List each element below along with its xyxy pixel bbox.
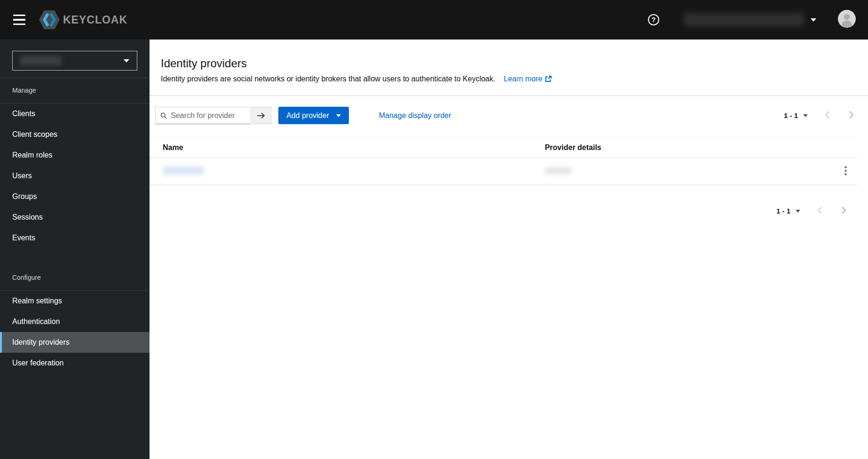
learn-more-link[interactable]: Learn more: [504, 75, 552, 83]
sidebar-item-label: Realm settings: [12, 297, 62, 305]
sidebar-item-user-federation[interactable]: User federation: [0, 353, 150, 373]
sidebar-item-authentication[interactable]: Authentication: [0, 311, 150, 332]
page-description: Identity providers are social networks o…: [161, 75, 495, 83]
nav-section-title: Configure: [0, 265, 150, 281]
learn-more-label: Learn more: [504, 75, 542, 83]
sidebar-item-label: Events: [12, 234, 35, 242]
sidebar-item-identity-providers[interactable]: Identity providers: [0, 332, 150, 353]
column-header-provider-details: Provider details: [532, 138, 827, 158]
arrow-right-icon: [257, 112, 265, 119]
table-row: [150, 158, 857, 185]
angle-right-icon: [841, 206, 846, 214]
search-input[interactable]: [171, 111, 250, 120]
page-title: Identity providers: [161, 56, 857, 70]
hamburger-icon: [13, 15, 25, 16]
brand-text: KEYCLOAK: [63, 14, 127, 26]
sidebar-item-groups[interactable]: Groups: [0, 186, 150, 207]
keycloak-logo: KEYCLOAK: [39, 10, 127, 30]
pagination-bottom: 1 - 1: [150, 205, 868, 217]
keycloak-hexagon-icon: [39, 10, 60, 30]
caret-down-icon: [803, 114, 808, 117]
main-content: Identity providers Identity providers ar…: [150, 40, 868, 459]
search-box: [155, 107, 250, 124]
sidebar-item-users[interactable]: Users: [0, 166, 150, 186]
realm-name-redacted: [20, 56, 62, 65]
help-glyph: ?: [652, 16, 656, 23]
page-header: Identity providers Identity providers ar…: [150, 40, 868, 96]
username-redacted: [684, 13, 804, 27]
pagination-prev-button[interactable]: [824, 110, 831, 121]
pagination-top: 1 - 1: [784, 110, 855, 121]
pagination-range: 1 - 1: [784, 111, 798, 119]
chevron-down-icon: [811, 18, 816, 22]
pagination-range-menu[interactable]: 1 - 1: [784, 111, 808, 119]
add-provider-button[interactable]: Add provider: [278, 107, 349, 124]
angle-left-icon: [825, 111, 830, 119]
sidebar-item-label: Authentication: [12, 317, 60, 326]
avatar-icon: [838, 10, 856, 28]
table-header-row: Name Provider details: [150, 138, 857, 158]
sidebar: Manage Clients Client scopes Realm roles…: [0, 40, 150, 459]
pagination-prev-button[interactable]: [816, 205, 823, 217]
sidebar-item-label: Users: [12, 172, 32, 180]
sidebar-item-label: Client scopes: [12, 130, 57, 139]
angle-left-icon: [817, 206, 822, 214]
sidebar-item-label: Clients: [12, 110, 35, 118]
external-link-icon: [545, 76, 552, 82]
nav-section-title: Manage: [0, 78, 150, 94]
sidebar-item-label: Groups: [12, 192, 37, 201]
realm-selector[interactable]: [12, 51, 137, 71]
search-submit-button[interactable]: [250, 107, 271, 124]
angle-right-icon: [849, 111, 854, 119]
kebab-menu-button[interactable]: [842, 164, 850, 179]
hamburger-icon: [13, 19, 25, 21]
sidebar-item-realm-roles[interactable]: Realm roles: [0, 145, 150, 166]
column-header-actions: [827, 138, 857, 158]
nav-section-manage: Manage Clients Client scopes Realm roles…: [0, 78, 150, 248]
add-provider-label: Add provider: [286, 111, 329, 120]
pagination-range: 1 - 1: [776, 207, 790, 215]
sidebar-item-label: Sessions: [12, 213, 43, 222]
sidebar-item-sessions[interactable]: Sessions: [0, 207, 150, 228]
user-dropdown[interactable]: [659, 13, 816, 27]
pagination-next-button[interactable]: [840, 205, 847, 217]
help-icon[interactable]: ?: [648, 14, 659, 25]
sidebar-item-label: User federation: [12, 359, 63, 367]
redacted-text: [163, 166, 204, 174]
search-icon: [160, 112, 167, 119]
pagination-range-menu[interactable]: 1 - 1: [776, 207, 800, 215]
caret-down-icon: [336, 114, 341, 117]
avatar[interactable]: [838, 10, 856, 30]
sidebar-item-events[interactable]: Events: [0, 228, 150, 248]
masthead: KEYCLOAK ?: [0, 0, 868, 40]
identity-providers-table: Name Provider details: [150, 137, 857, 185]
pagination-next-button[interactable]: [848, 110, 855, 121]
provider-details-redacted: [545, 167, 571, 174]
search-group: [155, 107, 271, 124]
sidebar-item-label: Realm roles: [12, 151, 52, 159]
provider-name-link-redacted[interactable]: [163, 168, 204, 176]
nav-toggle-button[interactable]: [13, 12, 25, 28]
nav-section-configure: Configure Realm settings Authentication …: [0, 265, 150, 373]
sidebar-item-realm-settings[interactable]: Realm settings: [0, 291, 150, 311]
sidebar-item-clients[interactable]: Clients: [0, 103, 150, 124]
manage-display-order-link[interactable]: Manage display order: [379, 111, 451, 120]
caret-down-icon: [124, 59, 129, 63]
masthead-right: ?: [648, 10, 868, 30]
hamburger-icon: [13, 24, 25, 25]
column-header-name: Name: [150, 138, 532, 158]
page-description-row: Identity providers are social networks o…: [161, 75, 857, 83]
sidebar-item-client-scopes[interactable]: Client scopes: [0, 124, 150, 145]
sidebar-item-label: Identity providers: [12, 338, 70, 347]
kebab-icon: [844, 166, 847, 175]
caret-down-icon: [796, 210, 800, 213]
toolbar: Add provider Manage display order 1 - 1: [150, 96, 868, 124]
